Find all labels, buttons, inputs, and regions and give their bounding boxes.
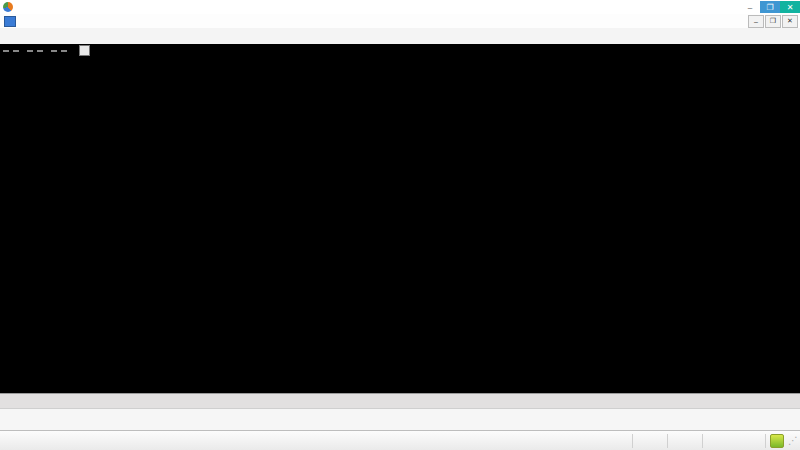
multicharts-window: – ❐ ✕ – ❐ ✕ — [0, 0, 800, 450]
mdi-close-button[interactable]: ✕ — [782, 15, 798, 28]
symbol-row — [0, 44, 800, 57]
status-cell — [632, 434, 667, 448]
dft-heatmap-canvas[interactable] — [0, 221, 800, 249]
resize-grip[interactable]: ⋰ — [788, 433, 800, 449]
status-cell — [667, 434, 702, 448]
mesa-heatmap-canvas[interactable] — [0, 162, 800, 208]
price-chart-canvas[interactable] — [0, 57, 800, 149]
vp-badge[interactable] — [13, 50, 19, 52]
series-dropdown[interactable] — [51, 50, 57, 52]
main-toolbar — [0, 28, 800, 45]
drawing-toolbar — [0, 408, 800, 431]
filterbank-heatmap-canvas[interactable] — [0, 262, 800, 306]
status-bar: ⋰ — [0, 430, 800, 450]
clock — [702, 434, 765, 448]
mdi-minimize-button[interactable]: – — [748, 15, 764, 28]
window-close-button[interactable]: ✕ — [780, 1, 800, 13]
r-badge[interactable] — [61, 50, 67, 52]
sa-badge[interactable] — [3, 50, 9, 52]
menu-bar: – ❐ ✕ — [0, 14, 800, 29]
title-bar: – ❐ ✕ — [0, 0, 800, 14]
window-minimize-button[interactable]: – — [740, 1, 760, 13]
mdi-restore-button[interactable]: ❐ — [765, 15, 781, 28]
child-window-icon — [4, 16, 16, 27]
indicator-close-icon[interactable] — [79, 45, 90, 56]
ehlers-spectrum-canvas[interactable] — [0, 323, 800, 341]
workspace-tabs — [0, 393, 800, 409]
symbol-dropdown[interactable] — [27, 50, 33, 52]
connection-status-icon — [770, 434, 784, 448]
window-maximize-button[interactable]: ❐ — [760, 1, 780, 13]
periodogram-heatmap-canvas[interactable] — [0, 360, 800, 378]
interval-badge[interactable] — [37, 50, 43, 52]
chart-area[interactable] — [0, 44, 800, 393]
app-icon — [3, 2, 13, 12]
